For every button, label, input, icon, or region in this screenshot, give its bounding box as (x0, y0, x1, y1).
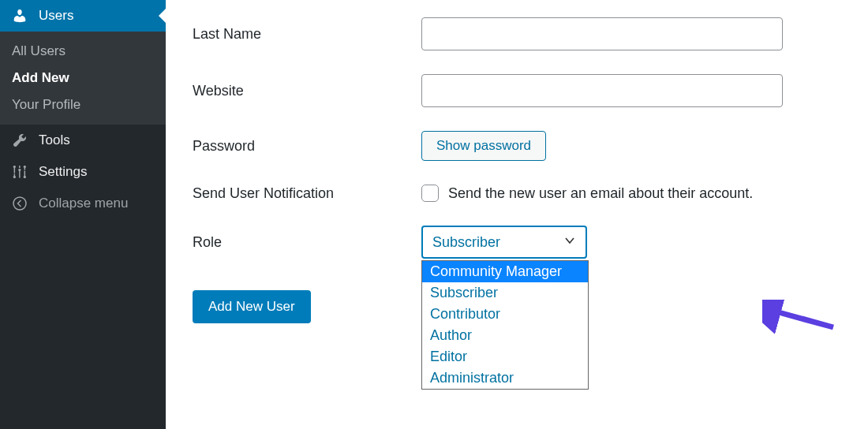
sidebar-item-label: Users (39, 8, 73, 24)
last-name-input[interactable] (421, 17, 783, 50)
svg-point-0 (13, 197, 26, 210)
role-option-contributor[interactable]: Contributor (422, 304, 588, 325)
submenu-your-profile[interactable]: Your Profile (0, 91, 166, 118)
sidebar-item-label: Settings (39, 164, 87, 180)
last-name-row: Last Name (193, 17, 852, 50)
last-name-label: Last Name (193, 26, 421, 43)
notification-row: Send User Notification Send the new user… (193, 185, 852, 202)
add-new-user-button[interactable]: Add New User (193, 290, 311, 323)
role-dropdown: Community Manager Subscriber Contributor… (421, 260, 589, 390)
role-option-editor[interactable]: Editor (422, 346, 588, 367)
role-select-wrap: Subscriber Community Manager Subscriber … (421, 226, 587, 259)
sidebar-collapse[interactable]: Collapse menu (0, 188, 166, 219)
role-label: Role (193, 234, 421, 251)
admin-sidebar: Users All Users Add New Your Profile Too… (0, 0, 166, 429)
chevron-down-icon (563, 234, 576, 251)
role-row: Role Subscriber Community Manager Subscr… (193, 226, 852, 259)
sidebar-item-label: Collapse menu (39, 196, 128, 211)
role-option-author[interactable]: Author (422, 325, 588, 346)
password-row: Password Show password (193, 131, 852, 161)
users-submenu: All Users Add New Your Profile (0, 32, 166, 125)
show-password-button[interactable]: Show password (421, 131, 546, 161)
website-input[interactable] (421, 74, 783, 107)
notification-label: Send User Notification (193, 185, 421, 202)
role-selected-value: Subscriber (432, 234, 500, 251)
submenu-all-users[interactable]: All Users (0, 38, 166, 65)
role-select[interactable]: Subscriber (421, 226, 587, 259)
user-icon (12, 8, 31, 24)
main-content: Last Name Website Password Show password… (166, 0, 868, 429)
submenu-add-new[interactable]: Add New (0, 65, 166, 91)
sidebar-item-settings[interactable]: Settings (0, 156, 166, 188)
password-label: Password (193, 138, 421, 155)
website-row: Website (193, 74, 852, 107)
sliders-icon (12, 164, 31, 180)
notification-checkbox-label: Send the new user an email about their a… (448, 185, 753, 202)
notification-checkbox-wrap: Send the new user an email about their a… (421, 185, 753, 202)
role-option-subscriber[interactable]: Subscriber (422, 282, 588, 304)
sidebar-item-label: Tools (39, 132, 70, 148)
sidebar-item-users[interactable]: Users (0, 0, 166, 32)
role-option-administrator[interactable]: Administrator (422, 367, 588, 389)
notification-checkbox[interactable] (421, 185, 439, 202)
role-option-community-manager[interactable]: Community Manager (422, 261, 588, 282)
sidebar-item-tools[interactable]: Tools (0, 125, 166, 156)
website-label: Website (193, 83, 421, 99)
collapse-icon (12, 196, 31, 211)
wrench-icon (12, 132, 31, 148)
